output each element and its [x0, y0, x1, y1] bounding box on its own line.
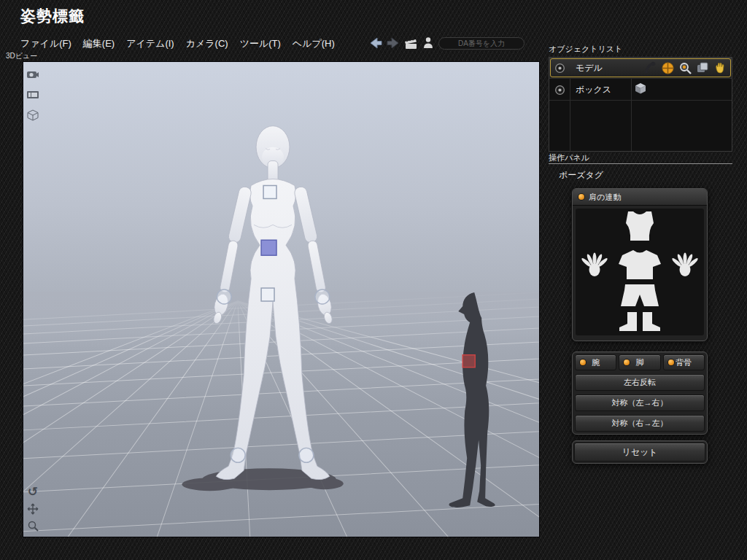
cube-icon[interactable] [26, 109, 40, 122]
object-name: ボックス [570, 84, 631, 96]
screen-icon[interactable] [26, 88, 40, 101]
viewport-toolbar-top [26, 68, 40, 122]
waist-handle-selected[interactable] [261, 240, 276, 255]
visibility-icon[interactable] [549, 63, 570, 74]
title-bar: 姿勢標籤 [0, 0, 747, 34]
shorts-icon[interactable] [621, 284, 659, 306]
left-wrist-handle[interactable] [217, 289, 231, 304]
chest-handle[interactable] [263, 185, 276, 198]
camera-icon[interactable] [26, 68, 40, 81]
object-tools [644, 61, 732, 75]
silhouette-waist-handle[interactable] [462, 355, 475, 368]
right-wrist-handle[interactable] [315, 289, 330, 304]
add-figure-icon[interactable] [419, 36, 437, 50]
object-row-box[interactable]: ボックス [549, 79, 732, 101]
viewport-3d[interactable]: ↺ [23, 61, 540, 537]
menu-bar: ファイル(F) 編集(E) アイテム(I) カメラ(C) ツール(T) ヘルプ(… [20, 36, 335, 51]
radio-dot-icon [668, 359, 674, 365]
object-list-title: オブジェクトリスト [549, 44, 732, 55]
da-number-input[interactable] [438, 37, 525, 50]
box-icon [634, 82, 647, 98]
shoulder-link-header[interactable]: 肩の連動 [573, 189, 707, 206]
right-ankle-handle[interactable] [299, 448, 314, 462]
left-ankle-handle[interactable] [231, 448, 245, 462]
right-panel: オブジェクトリスト モデル ボックス [549, 44, 732, 55]
rotate-view-icon[interactable]: ↺ [26, 486, 40, 499]
shoulder-link-label: 肩の連動 [589, 192, 621, 203]
app-title: 姿勢標籤 [20, 6, 85, 26]
scale-tool-icon[interactable] [678, 61, 692, 75]
forward-icon[interactable] [384, 36, 402, 50]
object-name: モデル [570, 62, 631, 74]
back-icon[interactable] [367, 36, 384, 50]
pose-tag-panel: 肩の連動 [572, 188, 708, 341]
toggle-leg-label: 脚 [635, 357, 643, 368]
menu-edit[interactable]: 編集(E) [83, 37, 115, 50]
toggle-leg-button[interactable]: 脚 [619, 354, 660, 370]
object-list: モデル ボックス [549, 57, 732, 152]
symmetry-left-to-right-button[interactable]: 対称（左→右） [575, 394, 705, 411]
radio-dot-icon [624, 359, 630, 365]
operation-panel-title: 操作パネル [549, 152, 589, 163]
hip-handle[interactable] [261, 288, 274, 301]
radio-dot-icon [578, 194, 584, 200]
viewport-toolbar-bottom: ↺ [26, 486, 40, 532]
pose-tag-title: ポーズタグ [559, 169, 603, 182]
app-window: { "window": { "title": "姿勢標籤" }, "menuba… [0, 0, 747, 560]
torso-icon[interactable] [626, 211, 654, 241]
ball-rotate-tool-icon[interactable] [661, 61, 675, 75]
pose-tool-icon[interactable] [644, 61, 657, 74]
toggle-arm-label: 腕 [592, 357, 600, 368]
right-hand-icon[interactable] [671, 253, 699, 277]
toggle-spine-label: 背骨 [676, 357, 692, 368]
copy-tool-icon[interactable] [696, 61, 710, 75]
boots-icon[interactable] [619, 312, 660, 331]
toggle-arm-button[interactable]: 腕 [575, 354, 616, 370]
divider [549, 163, 732, 164]
menu-tool[interactable]: ツール(T) [240, 37, 281, 50]
clapperboard-icon[interactable] [402, 36, 419, 50]
3d-scene [23, 62, 539, 537]
left-hand-icon[interactable] [581, 253, 608, 277]
menu-file[interactable]: ファイル(F) [20, 37, 71, 50]
pose-tag-body [576, 209, 704, 335]
shirt-icon[interactable] [619, 250, 661, 279]
zoom-view-icon[interactable] [26, 519, 40, 532]
object-row-model[interactable]: モデル [549, 58, 732, 79]
hand-tool-icon[interactable] [713, 61, 727, 75]
reset-button[interactable]: リセット [574, 443, 705, 462]
pose-buttons-panel: 腕 脚 背骨 左右反転 対称（左→右） 対称（右→左） [572, 351, 708, 435]
reset-panel: リセット [572, 440, 708, 464]
menu-help[interactable]: ヘルプ(H) [293, 37, 335, 50]
symmetry-right-to-left-button[interactable]: 対称（右→左） [575, 415, 705, 432]
viewport-label: 3Dビュー [6, 51, 37, 61]
toggle-spine-button[interactable]: 背骨 [663, 354, 705, 370]
pan-view-icon[interactable] [26, 502, 40, 516]
radio-dot-icon [580, 359, 586, 365]
visibility-icon[interactable] [549, 85, 570, 96]
menu-camera[interactable]: カメラ(C) [186, 37, 228, 50]
mirror-flip-button[interactable]: 左右反転 [575, 374, 705, 391]
menu-item[interactable]: アイテム(I) [126, 37, 174, 50]
